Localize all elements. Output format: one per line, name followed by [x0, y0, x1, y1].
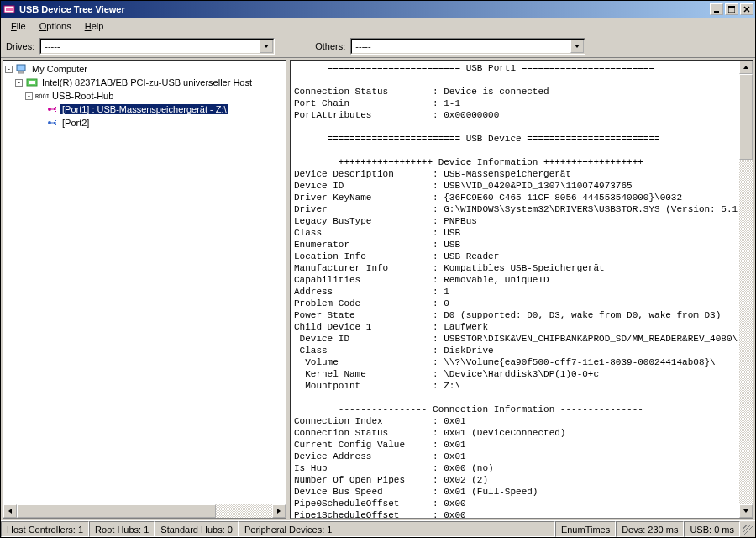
app-icon [3, 3, 16, 16]
host-controller-icon [25, 76, 39, 89]
menu-help[interactable]: Help [78, 19, 111, 33]
scroll-track[interactable] [17, 504, 272, 518]
usb-port-icon [45, 103, 59, 116]
scroll-down-button[interactable] [739, 504, 753, 518]
scroll-track[interactable] [739, 74, 753, 504]
svg-point-12 [48, 108, 51, 111]
svg-rect-8 [18, 71, 24, 73]
status-bar: Host Controllers: 1 Root Hubs: 1 Standar… [1, 520, 755, 537]
usb-port-icon [45, 116, 59, 129]
svg-rect-7 [17, 65, 25, 71]
tree-host-label: Intel(R) 82371AB/EB PCI-zu-USB universel… [40, 77, 254, 87]
svg-rect-1 [6, 8, 13, 11]
detail-pane: ======================== USB Port1 =====… [290, 60, 753, 519]
device-tree[interactable]: - My Computer - Intel(R) 82371AB/EB PCI-… [3, 61, 286, 504]
status-usb: USB: 0 ms [684, 521, 740, 537]
computer-icon [15, 62, 29, 76]
expand-toggle-icon[interactable]: - [25, 92, 33, 100]
others-label: Others: [315, 41, 345, 51]
menu-bar: File Options Help [1, 18, 755, 34]
drives-combo-value: ----- [41, 40, 260, 52]
toolbar: Drives: ----- Others: ----- [1, 34, 755, 57]
tree-pane: - My Computer - Intel(R) 82371AB/EB PCI-… [3, 60, 286, 519]
status-peripheral: Peripheral Devices: 1 [239, 521, 555, 537]
status-host-controllers: Host Controllers: 1 [1, 521, 89, 537]
maximize-button[interactable] [725, 3, 738, 15]
tree-port1[interactable]: [Port1] : USB-Massenspeichergerät - Z:\ [5, 103, 284, 116]
root-hub-icon: ROOT [35, 89, 49, 103]
menu-options[interactable]: Options [33, 19, 78, 33]
scroll-thumb[interactable] [739, 74, 753, 160]
window-title: USB Device Tree Viewer [19, 4, 708, 14]
svg-rect-10 [29, 81, 35, 84]
title-bar: USB Device Tree Viewer [1, 1, 755, 18]
status-enumtimes: EnumTimes [555, 521, 616, 537]
minimize-button[interactable] [710, 3, 723, 15]
scroll-thumb[interactable] [17, 504, 216, 518]
status-devs: Devs: 230 ms [616, 521, 684, 537]
svg-rect-2 [714, 11, 719, 13]
drives-dropdown-button[interactable] [260, 40, 273, 53]
tree-horizontal-scrollbar[interactable] [3, 504, 286, 518]
status-standard-hubs: Standard Hubs: 0 [155, 521, 239, 537]
main-area: - My Computer - Intel(R) 82371AB/EB PCI-… [1, 57, 755, 520]
status-root-hubs: Root Hubs: 1 [89, 521, 155, 537]
tree-roothub-label: USB-Root-Hub [50, 91, 115, 101]
tree-roothub[interactable]: - ROOT USB-Root-Hub [5, 89, 284, 103]
expand-toggle-icon[interactable]: - [15, 79, 23, 87]
tree-port2[interactable]: [Port2] [5, 116, 284, 129]
detail-vertical-scrollbar[interactable] [739, 61, 753, 518]
svg-rect-4 [728, 6, 735, 8]
svg-text:ROOT: ROOT [35, 93, 49, 100]
size-grip[interactable] [740, 521, 755, 537]
expand-toggle-icon[interactable]: - [5, 66, 13, 73]
scroll-up-button[interactable] [739, 61, 753, 74]
menu-file[interactable]: File [4, 19, 33, 33]
others-dropdown-button[interactable] [570, 40, 584, 53]
close-button[interactable] [740, 3, 753, 15]
detail-text[interactable]: ======================== USB Port1 =====… [291, 61, 739, 518]
svg-point-16 [48, 121, 51, 124]
tree-root[interactable]: - My Computer [5, 62, 284, 76]
scroll-right-button[interactable] [272, 504, 286, 518]
tree-host[interactable]: - Intel(R) 82371AB/EB PCI-zu-USB univers… [5, 76, 284, 89]
others-combo[interactable]: ----- [350, 38, 585, 55]
tree-port1-label: [Port1] : USB-Massenspeichergerät - Z:\ [60, 104, 228, 114]
others-combo-value: ----- [352, 40, 570, 52]
drives-combo[interactable]: ----- [39, 38, 275, 55]
tree-port2-label: [Port2] [60, 118, 91, 128]
drives-label: Drives: [6, 41, 34, 51]
tree-root-label: My Computer [30, 64, 89, 74]
scroll-left-button[interactable] [3, 504, 17, 518]
